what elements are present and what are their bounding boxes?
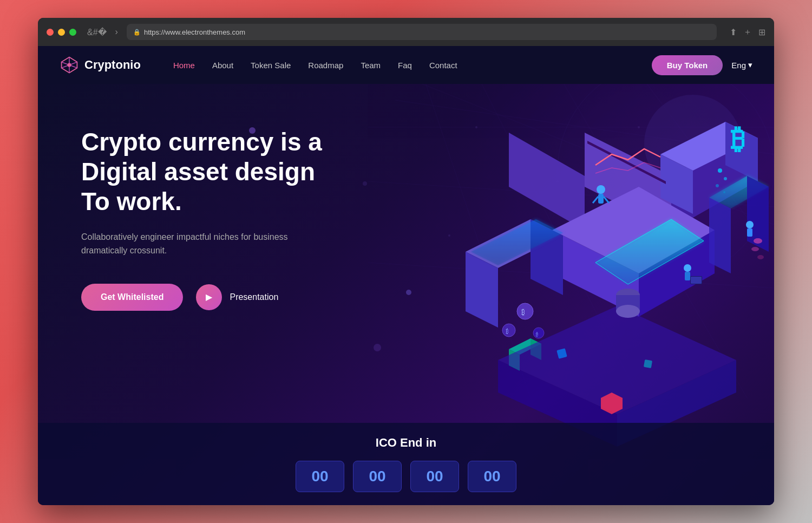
hero-title-line1: Crypto currency is a <box>81 128 322 156</box>
countdown-item-1: 00 <box>353 461 402 492</box>
play-icon: ▶ <box>196 284 222 310</box>
countdown-num-1: 00 <box>369 468 386 485</box>
url-text: https://www.electronthemes.com <box>144 28 245 36</box>
svg-point-4 <box>67 63 71 67</box>
nav-arrows: &#� › <box>85 26 120 38</box>
close-button[interactable] <box>47 29 54 36</box>
nav-about[interactable]: About <box>212 61 233 70</box>
new-tab-icon[interactable]: ＋ <box>743 27 752 38</box>
address-bar[interactable]: 🔒 https://www.electronthemes.com <box>127 24 717 40</box>
chevron-down-icon: ▾ <box>748 60 752 70</box>
hero-left: Crypto currency is a Digital asset desig… <box>38 84 322 423</box>
hero-title-line2: Digital asset design <box>81 158 315 186</box>
presentation-button[interactable]: ▶ Presentation <box>196 284 278 310</box>
hero-title-line3: To work. <box>81 187 182 215</box>
browser-actions: ⬆ ＋ ⊞ <box>730 27 765 38</box>
ico-section: ICO End in 00 00 00 00 <box>38 423 774 505</box>
grid-icon[interactable]: ⊞ <box>758 27 765 37</box>
lock-icon: 🔒 <box>133 29 141 36</box>
svg-rect-47 <box>598 194 604 204</box>
svg-point-67 <box>757 255 764 259</box>
hero-content: Crypto currency is a Digital asset desig… <box>38 84 774 423</box>
svg-point-54 <box>517 303 533 319</box>
svg-point-76 <box>616 305 640 318</box>
svg-point-35 <box>724 177 727 180</box>
buy-token-button[interactable]: Buy Token <box>652 55 723 75</box>
countdown-num-0: 00 <box>311 468 329 485</box>
nav-faq[interactable]: Faq <box>398 61 412 70</box>
svg-rect-64 <box>747 228 752 237</box>
nav-right: Buy Token Eng ▾ <box>652 55 752 75</box>
forward-arrow[interactable]: › <box>113 26 120 38</box>
svg-text:₿: ₿ <box>506 328 509 335</box>
nav-token-sale[interactable]: Token Sale <box>251 61 291 70</box>
svg-point-46 <box>597 185 605 194</box>
nav-contact[interactable]: Contact <box>429 61 457 70</box>
page-content: Cryptonio Home About Token Sale Roadmap … <box>38 46 774 505</box>
svg-point-34 <box>718 168 722 173</box>
countdown-item-0: 00 <box>296 461 344 492</box>
hero-illustration: ₿ <box>401 89 774 457</box>
svg-marker-24 <box>509 133 585 230</box>
nav-links: Home About Token Sale Roadmap Team Faq C… <box>173 61 652 70</box>
svg-text:₿: ₿ <box>731 123 745 155</box>
nav-team[interactable]: Team <box>361 61 381 70</box>
get-whitelisted-button[interactable]: Get Whitelisted <box>81 284 183 311</box>
back-arrow[interactable]: &#� <box>85 26 109 38</box>
countdown-item-2: 00 <box>410 461 459 492</box>
maximize-button[interactable] <box>69 29 76 36</box>
language-selector[interactable]: Eng ▾ <box>731 60 752 70</box>
browser-window: &#� › 🔒 https://www.electronthemes.com ⬆… <box>38 18 774 505</box>
nav-home[interactable]: Home <box>173 61 195 70</box>
hero-subtitle: Collaboratively engineer impactful niche… <box>81 230 298 258</box>
hero-section: Crypto currency is a Digital asset desig… <box>38 84 774 505</box>
svg-point-66 <box>751 247 759 251</box>
countdown-item-3: 00 <box>468 461 516 492</box>
svg-point-63 <box>746 221 754 228</box>
svg-point-50 <box>684 264 691 272</box>
countdown-num-3: 00 <box>483 468 501 485</box>
svg-text:₿: ₿ <box>521 308 525 316</box>
svg-point-65 <box>754 238 762 244</box>
browser-chrome: &#� › 🔒 https://www.electronthemes.com ⬆… <box>38 18 774 46</box>
logo-text: Cryptonio <box>84 58 141 72</box>
countdown: 00 00 00 00 <box>81 461 731 492</box>
svg-marker-62 <box>709 198 731 273</box>
nav-roadmap[interactable]: Roadmap <box>308 61 343 70</box>
logo[interactable]: Cryptonio <box>60 55 141 75</box>
presentation-label: Presentation <box>230 292 278 302</box>
svg-point-36 <box>716 184 719 187</box>
share-icon[interactable]: ⬆ <box>730 27 737 37</box>
countdown-num-2: 00 <box>426 468 443 485</box>
navbar: Cryptonio Home About Token Sale Roadmap … <box>38 46 774 84</box>
svg-rect-53 <box>691 277 702 284</box>
svg-rect-73 <box>644 359 652 368</box>
svg-point-58 <box>533 328 544 338</box>
hero-buttons: Get Whitelisted ▶ Presentation <box>81 284 322 311</box>
lang-label: Eng <box>731 61 746 70</box>
svg-line-48 <box>593 197 598 203</box>
svg-text:₿: ₿ <box>535 332 538 337</box>
svg-rect-51 <box>685 272 690 280</box>
minimize-button[interactable] <box>58 29 65 36</box>
window-controls <box>47 29 76 36</box>
svg-point-56 <box>502 324 515 337</box>
ico-title: ICO End in <box>81 436 731 450</box>
hero-title: Crypto currency is a Digital asset desig… <box>81 127 322 217</box>
